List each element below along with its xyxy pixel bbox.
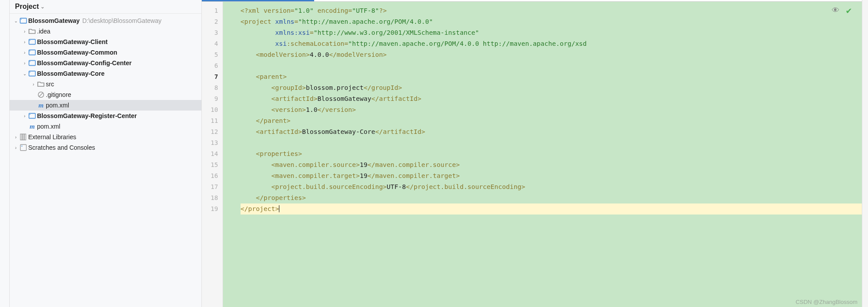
module-icon [19, 17, 27, 25]
svg-point-13 [30, 114, 30, 115]
svg-point-18 [22, 146, 22, 147]
tree-item-src[interactable]: › src [10, 79, 201, 89]
line-number: 15 [211, 159, 218, 170]
line-number: 13 [211, 137, 218, 148]
tree-label: Scratches and Consoles [28, 144, 95, 151]
folder-icon [28, 27, 36, 35]
chevron-right-icon[interactable]: › [21, 114, 28, 118]
chevron-right-icon[interactable]: › [21, 50, 28, 55]
chevron-down-icon[interactable]: ⌄ [12, 18, 19, 23]
tab-label: pom.xml (Bloss [562, 0, 605, 1]
line-number: 9 [211, 93, 218, 104]
line-number: 19 [211, 203, 218, 215]
svg-point-9 [30, 72, 30, 73]
tree-label: src [46, 81, 54, 88]
project-panel: Project ⌄ ⌄ BlossomGateway D:\desktop\Bl… [10, 0, 202, 307]
svg-point-3 [30, 40, 30, 41]
line-number: 11 [211, 115, 218, 126]
line-number: 10 [211, 104, 218, 115]
tree-item-client[interactable]: › BlossomGateway-Client [10, 37, 201, 47]
svg-line-11 [39, 93, 43, 97]
svg-point-1 [21, 19, 22, 20]
inspection-ok-icon[interactable]: ✔ [846, 6, 852, 16]
tree-item-config-center[interactable]: › BlossomGateway-Config-Center [10, 58, 201, 68]
line-number: 16 [211, 170, 218, 181]
line-number: 2 [211, 16, 218, 27]
line-number: 6 [211, 60, 218, 71]
module-icon [28, 70, 36, 78]
tool-window-stripe[interactable] [0, 0, 10, 307]
tab-pom-core[interactable]: mpom.xml (BlossomGateway-Core) [202, 0, 314, 1]
line-number: 1 [211, 5, 218, 16]
tree-label: .idea [37, 28, 50, 35]
maven-icon: m [208, 0, 213, 1]
chevron-right-icon[interactable]: › [21, 61, 28, 66]
chevron-right-icon[interactable]: › [21, 40, 28, 44]
svg-rect-16 [24, 134, 26, 140]
maven-icon: m [37, 102, 45, 109]
line-number: 12 [211, 126, 218, 137]
folder-icon [37, 80, 45, 88]
svg-rect-17 [20, 144, 26, 151]
code-content[interactable]: <?xml version="1.0" encoding="UTF-8"?><p… [223, 2, 862, 307]
line-gutter[interactable]: 1 2 3 4 5 6 7 8 9 10 11 12 13 14 15 16 1… [202, 2, 223, 307]
maven-icon: m [28, 123, 36, 130]
tree-item-idea[interactable]: › .idea [10, 26, 201, 37]
tree-item-pom-core[interactable]: · m pom.xml [10, 100, 201, 111]
line-number: 3 [211, 27, 218, 38]
tree-item-scratches[interactable]: › Scratches and Consoles [10, 142, 201, 153]
line-number: 4 [211, 38, 218, 49]
line-number: 18 [211, 192, 218, 203]
tree-item-common[interactable]: › BlossomGateway-Common [10, 47, 201, 58]
tree-label: BlossomGateway-Register-Center [37, 112, 137, 119]
svg-rect-15 [22, 134, 24, 140]
line-number: 5 [211, 49, 218, 60]
project-tree[interactable]: ⌄ BlossomGateway D:\desktop\BlossomGatew… [10, 14, 201, 155]
tab-label: pom.xml (BlossomGateway) [328, 0, 405, 1]
chevron-down-icon: ⌄ [41, 4, 45, 10]
maven-icon: m [320, 0, 325, 1]
tab-label: pom.xml (BlossomGateway-Core) [215, 0, 308, 1]
chevron-right-icon[interactable]: › [21, 29, 28, 34]
inspection-widget[interactable]: 👁 ✔ [832, 6, 852, 16]
tree-item-external-libs[interactable]: › External Libraries [10, 132, 201, 142]
tab-pom-other[interactable]: mpom.xml (Bloss [549, 0, 611, 1]
chevron-right-icon[interactable]: › [12, 135, 19, 140]
tree-root[interactable]: ⌄ BlossomGateway D:\desktop\BlossomGatew… [10, 15, 201, 26]
editor-body[interactable]: 1 2 3 4 5 6 7 8 9 10 11 12 13 14 15 16 1… [202, 2, 862, 307]
tree-label: BlossomGateway-Config-Center [37, 59, 132, 67]
line-number: 7 [211, 71, 218, 82]
tree-item-pom-root[interactable]: · m pom.xml [10, 121, 201, 132]
scratch-icon [19, 144, 27, 152]
tree-label: pom.xml [46, 102, 69, 109]
maven-icon: m [555, 0, 560, 1]
reader-mode-icon[interactable]: 👁 [832, 6, 839, 16]
line-number: 8 [211, 82, 218, 93]
editor-area: mpom.xml (BlossomGateway-Core) mpom.xml … [202, 0, 862, 307]
project-title: Project [15, 3, 39, 11]
svg-point-7 [30, 61, 30, 62]
chevron-down-icon[interactable]: ⌄ [21, 71, 28, 76]
right-tool-stripe[interactable] [862, 0, 868, 307]
module-icon [28, 48, 36, 56]
chevron-right-icon[interactable]: › [30, 82, 37, 87]
module-icon [28, 59, 36, 67]
svg-rect-14 [20, 134, 22, 140]
tab-pom-root[interactable]: mpom.xml (BlossomGateway) [314, 0, 411, 1]
chevron-right-icon[interactable]: › [12, 145, 19, 150]
tab-pom-config[interactable]: mpom.xml (BlossomGateway-Config-Center) [411, 0, 549, 1]
tree-label: External Libraries [28, 133, 76, 141]
tree-item-register-center[interactable]: › BlossomGateway-Register-Center [10, 111, 201, 121]
tree-label: pom.xml [37, 123, 60, 130]
module-icon [28, 38, 36, 46]
tree-item-core[interactable]: ⌄ BlossomGateway-Core [10, 68, 201, 79]
text-caret [279, 205, 279, 212]
module-icon [28, 112, 36, 120]
tree-label: BlossomGateway-Client [37, 38, 108, 45]
tree-label: .gitignore [46, 91, 71, 98]
watermark: CSDN @ZhangBlossom [796, 299, 857, 305]
tree-item-gitignore[interactable]: · .gitignore [10, 89, 201, 100]
ignore-icon [37, 91, 45, 99]
project-panel-header[interactable]: Project ⌄ [10, 0, 201, 14]
library-icon [19, 133, 27, 141]
